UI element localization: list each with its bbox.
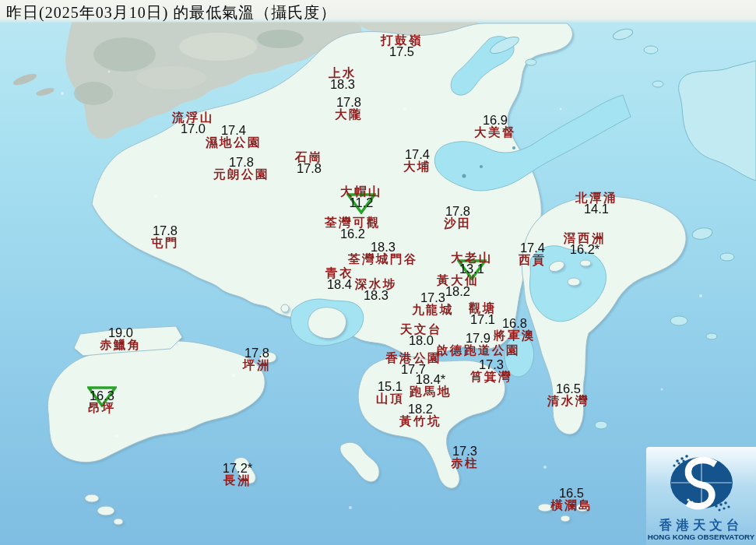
land-peng-chau (259, 352, 276, 363)
hko-min-temp-map: 昨日(2025年03月10日) 的最低氣溫（攝氏度） 打鼓嶺17.5上水18.3… (0, 0, 756, 545)
land-soko-1 (85, 494, 99, 502)
land-po-toi-2 (561, 515, 570, 522)
hko-logo-name-en: HONG KONG OBSERVATORY (646, 533, 756, 542)
hong-kong-map (0, 0, 756, 545)
hko-logo-icon (666, 453, 737, 514)
hko-logo-name-zh: 香港天文台 (646, 519, 756, 533)
land-islet-se-3 (670, 316, 687, 325)
land-islet-se-4 (706, 333, 717, 339)
land-po-toi-1 (538, 504, 552, 512)
land-tsing-yi (308, 308, 346, 339)
land-islet-port-shelter-2 (580, 260, 591, 266)
hko-logo: 香港天文台 HONG KONG OBSERVATORY (646, 447, 756, 545)
land-islet-mirs-bay-3 (644, 46, 658, 54)
title-bar: 昨日(2025年03月10日) 的最低氣溫（攝氏度） (0, 0, 756, 23)
map-title: 昨日(2025年03月10日) 的最低氣溫（攝氏度） (6, 2, 336, 23)
land-islet-se-2 (720, 253, 734, 261)
land-waglan-island (576, 504, 589, 512)
land-soko-3 (114, 519, 123, 525)
land-islet-mirs-bay-1 (526, 59, 536, 65)
land-islet-ne-1 (652, 81, 663, 87)
land-ma-wan (281, 304, 289, 312)
land-soko-2 (97, 506, 114, 515)
land-islet-cwb-1 (595, 421, 607, 429)
land-islet-port-shelter-1 (568, 278, 580, 286)
